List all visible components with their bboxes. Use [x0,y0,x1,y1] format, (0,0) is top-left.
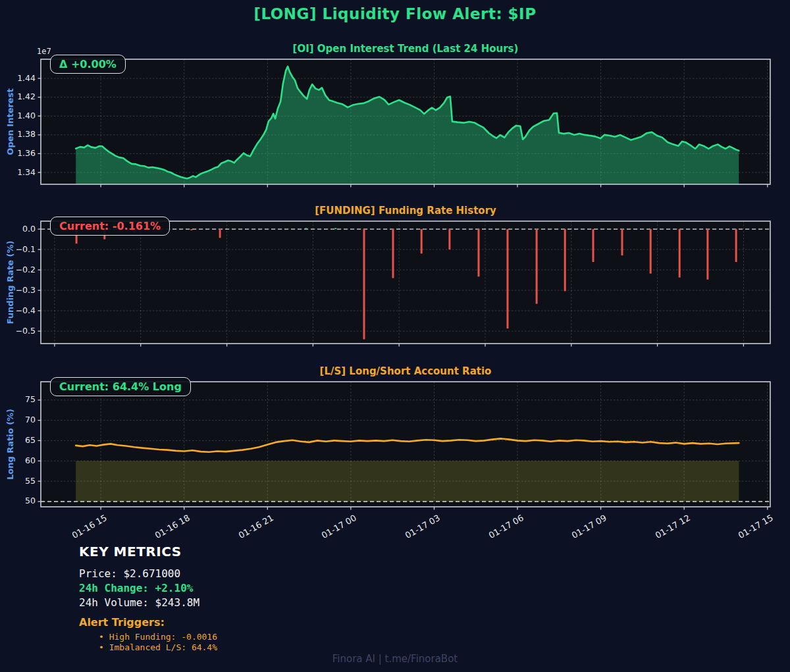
y-tick-label: 50 [1,496,36,505]
oi-delta-badge: Δ +0.00% [50,55,126,74]
open-interest-chart: [OI] Open Interest Trend (Last 24 Hours)… [41,59,770,184]
y-tick-label: 70 [1,415,36,425]
x-tick-label: 01-17 06 [487,513,525,540]
page-title: [LONG] Liquidity Flow Alert: $IP [0,5,790,22]
x-tick-label: 01-17 03 [404,513,442,540]
volume-metric: 24h Volume: $243.8M [79,596,217,610]
change-metric: 24h Change: +2.10% [79,581,217,596]
key-metrics-heading: KEY METRICS [79,544,217,559]
y-tick-label: 1.44 [1,73,36,83]
x-tick-label: 01-17 00 [320,513,358,540]
x-tick-label: 01-17 09 [570,513,608,540]
axis-offset-label: 1e7 [37,47,51,56]
y-tick-label: 1.36 [1,148,36,158]
y-tick-label: −0.4 [1,305,36,315]
price-metric: Price: $2.671000 [79,567,217,581]
y-tick-label: −0.1 [1,244,36,254]
y-tick-label: 65 [1,435,36,445]
y-tick-label: 1.42 [1,91,36,101]
x-tick-label: 01-17 12 [654,513,692,540]
funding-rate-plot [41,221,770,344]
y-tick-label: 0.0 [1,224,36,234]
open-interest-chart-title: [OI] Open Interest Trend (Last 24 Hours) [41,43,770,55]
long-short-ratio-chart: [L/S] Long/Short Account Ratio Long Rati… [41,382,770,507]
y-tick-label: 55 [1,476,36,486]
funding-current-badge: Current: -0.161% [50,217,170,236]
x-tick-label: 01-16 15 [70,513,109,540]
y-tick-label: 1.40 [1,111,36,120]
x-tick-label: 01-16 21 [237,513,275,540]
alert-triggers-heading: Alert Triggers: [79,616,217,629]
y-tick-label: −0.3 [1,285,36,295]
y-tick-label: −0.5 [1,326,36,336]
key-metrics-panel: KEY METRICS Price: $2.671000 24h Change:… [79,544,217,652]
long-short-plot [41,382,770,507]
open-interest-plot [41,59,770,184]
alert-imbalanced-ls: • Imbalanced L/S: 64.4% [99,642,217,653]
y-tick-label: −0.2 [1,265,36,274]
long-short-chart-title: [L/S] Long/Short Account Ratio [41,365,770,377]
alert-high-funding: • High Funding: -0.0016 [99,632,217,642]
liquidity-flow-report: { "page": { "title": "[LONG] Liquidity F… [0,0,790,672]
funding-rate-chart-title: [FUNDING] Funding Rate History [41,205,770,217]
y-tick-label: 60 [1,455,36,465]
y-tick-label: 1.34 [1,167,36,177]
x-tick-label: 01-16 18 [153,513,192,540]
funding-rate-chart: [FUNDING] Funding Rate History Funding R… [41,221,770,344]
footer-credit: Finora AI | t.me/FinoraBot [0,653,790,665]
y-tick-label: 1.38 [1,129,36,139]
x-tick-label: 01-17 15 [737,513,775,540]
y-tick-label: 75 [1,394,36,404]
long-short-current-badge: Current: 64.4% Long [50,377,191,396]
